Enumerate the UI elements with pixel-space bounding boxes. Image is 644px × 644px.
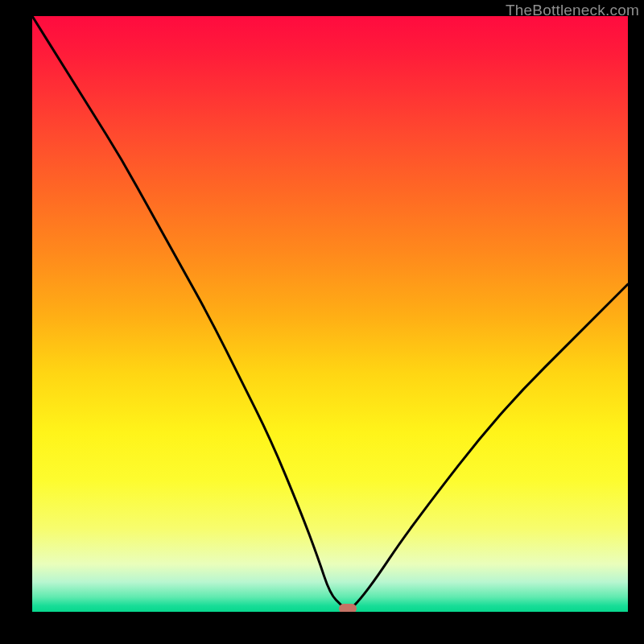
bottleneck-curve <box>32 16 628 612</box>
plot-area <box>32 16 628 612</box>
minimum-marker <box>339 604 357 612</box>
curve-path <box>32 16 628 610</box>
chart-frame: TheBottleneck.com <box>0 0 644 644</box>
watermark-text: TheBottleneck.com <box>506 2 639 19</box>
